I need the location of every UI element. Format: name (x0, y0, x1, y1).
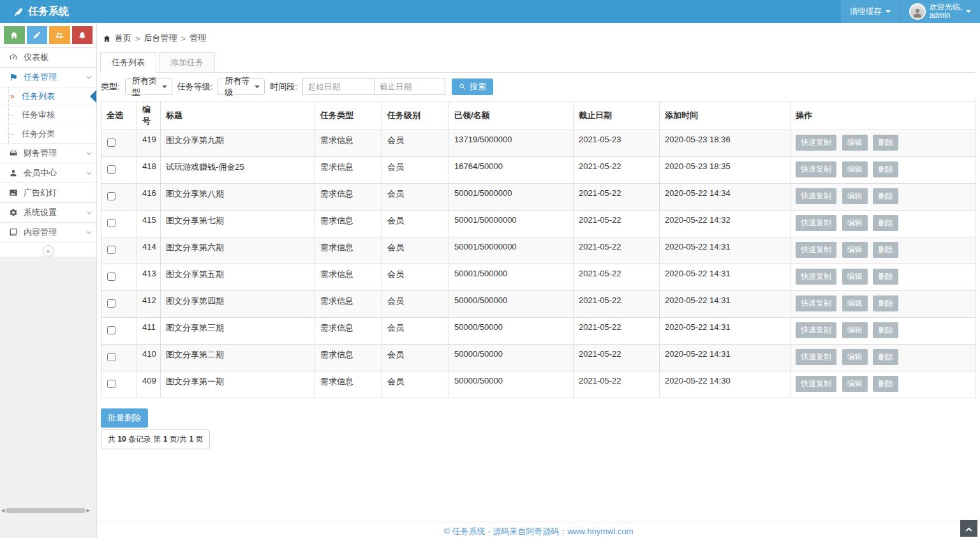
tree-dash (8, 115, 15, 116)
sidebar-item-finance[interactable]: 财务管理 (0, 144, 96, 163)
quick-copy-button[interactable]: 快速复制 (796, 322, 836, 338)
sidebar-subitem-task-list[interactable]: » 任务列表 (0, 87, 96, 106)
edit-button[interactable]: 编辑 (842, 215, 868, 231)
column-header-quota: 已领/名额 (449, 101, 574, 130)
back-to-top-button[interactable] (960, 520, 977, 537)
quick-copy-button[interactable]: 快速复制 (796, 376, 836, 392)
edit-button[interactable]: 编辑 (842, 322, 868, 338)
column-header-id: 编号 (137, 101, 161, 130)
cell-title: 图文分享第二期 (161, 345, 315, 371)
breadcrumb-item[interactable]: 后台管理 (144, 33, 177, 44)
row-checkbox[interactable] (107, 273, 115, 281)
sidebar-item-label: 会员中心 (24, 167, 80, 179)
table-header-row: 全选 编号 标题 任务类型 任务级别 已领/名额 截止日期 添加时间 操作 (101, 101, 976, 130)
cell-added: 2020-05-22 14:31 (660, 237, 791, 264)
row-checkbox[interactable] (107, 326, 115, 334)
edit-button[interactable]: 编辑 (842, 295, 868, 311)
table-row: 414 图文分享第六期 需求信息 会员 50001/50000000 2021-… (101, 237, 976, 264)
horizontal-scrollbar[interactable]: ◀ ▶ (0, 507, 91, 514)
users-button[interactable] (49, 26, 70, 44)
quick-copy-button[interactable]: 快速复制 (796, 349, 836, 365)
collapse-sidebar-button[interactable]: « (43, 245, 54, 257)
breadcrumb-item[interactable]: 管理 (189, 33, 206, 44)
sidebar-item-ad-slides[interactable]: 广告幻灯 (0, 183, 96, 203)
cell-type: 需求信息 (315, 291, 382, 318)
cell-quota: 16764/50000 (449, 157, 574, 184)
delete-button[interactable]: 删除 (873, 188, 898, 204)
delete-button[interactable]: 删除 (873, 295, 898, 311)
cell-type: 需求信息 (315, 184, 382, 211)
row-checkbox[interactable] (107, 192, 115, 200)
delete-button[interactable]: 删除 (873, 242, 898, 258)
edit-button[interactable]: 编辑 (842, 188, 868, 204)
cell-id: 413 (137, 264, 161, 291)
sidebar-empty-area: ◀ ▶ (0, 257, 96, 538)
hdd-icon (9, 149, 18, 158)
quick-copy-button[interactable]: 快速复制 (796, 215, 836, 231)
edit-button[interactable]: 编辑 (842, 161, 868, 177)
delete-button[interactable]: 删除 (873, 215, 898, 231)
row-checkbox[interactable] (107, 353, 115, 361)
table-row: 409 图文分享第一期 需求信息 会员 50000/50000 2021-05-… (101, 371, 976, 398)
tab-add-task[interactable]: 添加任务 (159, 52, 215, 73)
edit-button[interactable]: 编辑 (842, 349, 868, 365)
sidebar-item-members[interactable]: 会员中心 (0, 163, 96, 183)
delete-button[interactable]: 删除 (873, 269, 898, 285)
edit-button[interactable]: 编辑 (842, 242, 868, 258)
home-button[interactable] (4, 26, 25, 44)
brand-logo[interactable]: 任务系统 (0, 5, 69, 19)
quick-copy-button[interactable]: 快速复制 (796, 135, 836, 151)
sidebar-item-settings[interactable]: 系统设置 (0, 203, 96, 223)
quick-copy-button[interactable]: 快速复制 (796, 295, 836, 311)
end-date-input[interactable] (374, 79, 445, 94)
edit-button[interactable]: 编辑 (842, 376, 868, 392)
row-checkbox[interactable] (107, 138, 115, 147)
sidebar-item-task-management[interactable]: 任务管理 (0, 68, 96, 87)
notifications-button[interactable] (72, 26, 93, 44)
sidebar-item-content[interactable]: 内容管理 (0, 223, 96, 243)
edit-button[interactable] (27, 26, 48, 44)
cell-deadline: 2021-05-22 (574, 291, 660, 318)
chevron-down-icon (86, 73, 91, 78)
row-checkbox[interactable] (107, 165, 115, 174)
sidebar-item-dashboard[interactable]: 仪表板 (0, 48, 96, 68)
start-date-input[interactable] (303, 79, 374, 94)
sidebar-subitem-task-category[interactable]: 任务分类 (0, 124, 96, 143)
edit-button[interactable]: 编辑 (842, 135, 868, 151)
home-icon (10, 31, 19, 40)
row-checkbox[interactable] (107, 299, 115, 308)
cell-type: 需求信息 (315, 237, 382, 264)
username: admin (930, 11, 951, 20)
cell-added: 2020-05-22 14:31 (660, 291, 791, 318)
clear-cache-button[interactable]: 清理缓存 (841, 0, 900, 23)
cell-added: 2020-05-22 14:34 (660, 184, 791, 211)
quick-copy-button[interactable]: 快速复制 (796, 161, 836, 177)
search-button[interactable]: 搜索 (452, 78, 493, 95)
quick-copy-button[interactable]: 快速复制 (796, 188, 836, 204)
delete-button[interactable]: 删除 (873, 376, 898, 392)
pagination-summary: 共 10 条记录 第 1 页/共 1 页 (101, 430, 210, 449)
delete-button[interactable]: 删除 (873, 322, 898, 338)
breadcrumb-home[interactable]: 首页 (115, 33, 131, 44)
type-select[interactable]: 所有类型 (125, 78, 172, 95)
sidebar-subitem-task-review[interactable]: 任务审核 (0, 106, 96, 124)
batch-delete-button[interactable]: 批量删除 (101, 408, 148, 428)
level-select[interactable]: 所有等级 (218, 78, 265, 95)
quick-copy-button[interactable]: 快速复制 (796, 242, 836, 258)
delete-button[interactable]: 删除 (873, 349, 898, 365)
footer-link[interactable]: www.hnymwl.com (567, 527, 633, 536)
delete-button[interactable]: 删除 (873, 161, 898, 177)
row-checkbox[interactable] (107, 246, 115, 254)
quick-copy-button[interactable]: 快速复制 (796, 269, 836, 285)
user-menu[interactable]: 欢迎光临, admin (900, 0, 980, 23)
tab-task-list[interactable]: 任务列表 (100, 52, 156, 73)
filter-bar: 类型: 所有类型 任务等级: 所有等级 时间段: 搜索 (97, 73, 980, 101)
edit-button[interactable]: 编辑 (842, 269, 868, 285)
scroll-right-arrow-icon[interactable]: ▶ (85, 507, 91, 514)
scroll-left-arrow-icon[interactable]: ◀ (0, 507, 6, 514)
delete-button[interactable]: 删除 (873, 135, 898, 151)
row-checkbox[interactable] (107, 380, 115, 388)
cell-deadline: 2021-05-22 (574, 371, 660, 398)
row-checkbox[interactable] (107, 219, 115, 227)
scrollbar-thumb[interactable] (6, 508, 85, 513)
